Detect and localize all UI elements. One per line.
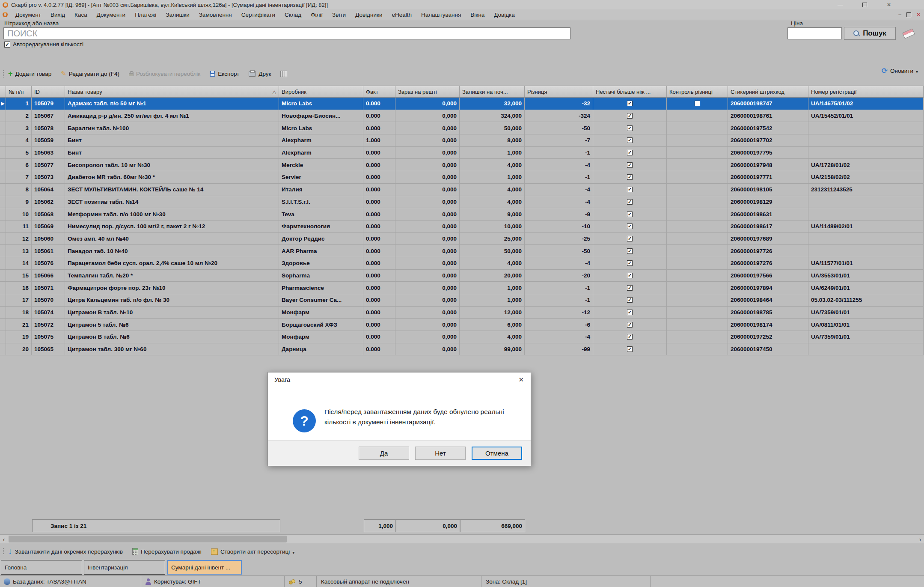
col-header-shortage[interactable]: Нестачі більше ніж ... bbox=[593, 86, 667, 97]
cell-id[interactable]: 105078 bbox=[32, 122, 65, 134]
cell-diff[interactable]: -4 bbox=[525, 159, 593, 171]
cell-name[interactable]: Нимесулид пор. д/сусп. 100 мг/2 г, пакет… bbox=[65, 220, 279, 232]
cell-id[interactable]: 105059 bbox=[32, 134, 65, 146]
cell-sel[interactable] bbox=[0, 110, 6, 122]
cell-num[interactable]: 8 bbox=[6, 184, 32, 196]
cell-num[interactable]: 18 bbox=[6, 307, 32, 319]
cell-sticker[interactable]: 2060000198105 bbox=[728, 184, 808, 196]
cell-sticker[interactable]: 2060000197948 bbox=[728, 159, 808, 171]
export-button[interactable]: Експорт bbox=[210, 71, 239, 77]
cell-fact[interactable]: 1.000 bbox=[363, 134, 395, 146]
cell-name[interactable]: Панадол таб. 10 №40 bbox=[65, 245, 279, 257]
recalc-sales-button[interactable]: Перерахувати продажі bbox=[132, 548, 202, 555]
cell-control[interactable] bbox=[667, 110, 728, 122]
cell-control[interactable] bbox=[667, 294, 728, 306]
cell-reg[interactable]: UA/1728/01/02 bbox=[808, 159, 924, 171]
cell-sel[interactable] bbox=[0, 270, 6, 282]
cell-start[interactable]: 25,000 bbox=[460, 233, 525, 245]
cell-sticker[interactable]: 2060000197689 bbox=[728, 233, 808, 245]
shortage-checkbox[interactable]: ✓ bbox=[627, 101, 633, 106]
shortage-checkbox[interactable]: ✓ bbox=[627, 150, 633, 155]
cell-reg[interactable]: UA/3553/01/01 bbox=[808, 270, 924, 282]
cell-sel[interactable] bbox=[0, 282, 6, 294]
cell-id[interactable]: 105072 bbox=[32, 319, 65, 331]
unlock-recount-button[interactable]: Розблокувати переоблік bbox=[129, 71, 200, 77]
cell-vendor[interactable]: Италия bbox=[279, 184, 363, 196]
cell-shortage[interactable]: ✓ bbox=[593, 319, 667, 331]
cell-fact[interactable]: 0.000 bbox=[363, 257, 395, 269]
cell-sel[interactable] bbox=[0, 159, 6, 171]
table-row[interactable]: 10105068Метформин табл. п/о 1000 мг №30T… bbox=[0, 208, 924, 220]
cell-diff[interactable]: -9 bbox=[525, 208, 593, 220]
cell-num[interactable]: 6 bbox=[6, 159, 32, 171]
cell-control[interactable] bbox=[667, 331, 728, 343]
menu-item-Документи[interactable]: Документи bbox=[92, 11, 130, 19]
cancel-button[interactable]: Отмена bbox=[472, 447, 522, 460]
col-header-id[interactable]: ID bbox=[32, 86, 65, 97]
cell-rest[interactable]: 0,000 bbox=[395, 270, 460, 282]
cell-rest[interactable]: 0,000 bbox=[395, 343, 460, 355]
cell-num[interactable]: 13 bbox=[6, 245, 32, 257]
menu-item-Філії[interactable]: Філії bbox=[306, 11, 327, 19]
menu-item-Платежі[interactable]: Платежі bbox=[130, 11, 161, 19]
cell-id[interactable]: 105067 bbox=[32, 110, 65, 122]
cell-shortage[interactable]: ✓ bbox=[593, 134, 667, 146]
menu-item-Документ[interactable]: Документ bbox=[11, 11, 46, 19]
cell-reg[interactable] bbox=[808, 233, 924, 245]
cell-diff[interactable]: -4 bbox=[525, 257, 593, 269]
cell-reg[interactable] bbox=[808, 196, 924, 208]
cell-sticker[interactable]: 2060000197771 bbox=[728, 171, 808, 183]
cell-control[interactable] bbox=[667, 159, 728, 171]
menu-item-Вихід[interactable]: Вихід bbox=[46, 11, 70, 19]
cell-name[interactable]: Баралгин табл. №100 bbox=[65, 122, 279, 134]
refresh-dropdown-icon[interactable]: ▾ bbox=[916, 69, 918, 74]
cell-shortage[interactable]: ✓ bbox=[593, 110, 667, 122]
price-input[interactable] bbox=[787, 27, 842, 39]
cell-id[interactable]: 105073 bbox=[32, 171, 65, 183]
cell-fact[interactable]: 0.000 bbox=[363, 282, 395, 294]
cell-name[interactable]: Адамакс табл. п/о 50 мг №1 bbox=[65, 98, 279, 110]
cell-fact[interactable]: 0.000 bbox=[363, 208, 395, 220]
dialog-close-icon[interactable]: ✕ bbox=[518, 376, 524, 384]
cell-name[interactable]: Метформин табл. п/о 1000 мг №30 bbox=[65, 208, 279, 220]
cell-sel[interactable] bbox=[0, 294, 6, 306]
cell-shortage[interactable]: ✓ bbox=[593, 294, 667, 306]
cell-control[interactable] bbox=[667, 307, 728, 319]
table-row[interactable]: 5105063БинтAlexpharm0.0000,0001,000-1✓20… bbox=[0, 147, 924, 159]
cell-sel[interactable] bbox=[0, 122, 6, 134]
table-row[interactable]: 12105060Омез амп. 40 мл №40Доктор Реддис… bbox=[0, 233, 924, 245]
menu-item-Звіти[interactable]: Звіти bbox=[327, 11, 351, 19]
cell-shortage[interactable]: ✓ bbox=[593, 147, 667, 159]
cell-id[interactable]: 105065 bbox=[32, 343, 65, 355]
cell-sel[interactable] bbox=[0, 196, 6, 208]
shortage-checkbox[interactable]: ✓ bbox=[627, 223, 633, 229]
no-button[interactable]: Нет bbox=[415, 447, 466, 460]
cell-start[interactable]: 6,000 bbox=[460, 319, 525, 331]
cell-control[interactable] bbox=[667, 122, 728, 134]
cell-rest[interactable]: 0,000 bbox=[395, 196, 460, 208]
cell-diff[interactable]: -12 bbox=[525, 307, 593, 319]
shortage-checkbox[interactable]: ✓ bbox=[627, 297, 633, 303]
menu-item-Сертифікати[interactable]: Сертифікати bbox=[237, 11, 280, 19]
cell-reg[interactable]: UA/7359/01/01 bbox=[808, 307, 924, 319]
cell-diff[interactable]: -6 bbox=[525, 319, 593, 331]
cell-sel[interactable] bbox=[0, 184, 6, 196]
cell-num[interactable]: 12 bbox=[6, 233, 32, 245]
cell-fact[interactable]: 0.000 bbox=[363, 122, 395, 134]
menu-item-Довідники[interactable]: Довідники bbox=[351, 11, 387, 19]
cell-sticker[interactable]: 2060000197566 bbox=[728, 270, 808, 282]
cell-reg[interactable]: UA/2158/02/02 bbox=[808, 171, 924, 183]
cell-shortage[interactable]: ✓ bbox=[593, 159, 667, 171]
cell-control[interactable] bbox=[667, 196, 728, 208]
cell-sticker[interactable]: 2060000197542 bbox=[728, 122, 808, 134]
cell-id[interactable]: 105068 bbox=[32, 208, 65, 220]
cell-rest[interactable]: 0,000 bbox=[395, 171, 460, 183]
edit-button[interactable]: ✎ Редагувати до (F4) bbox=[61, 70, 119, 77]
cell-sel[interactable] bbox=[0, 331, 6, 343]
cell-start[interactable]: 324,000 bbox=[460, 110, 525, 122]
cell-num[interactable]: 4 bbox=[6, 134, 32, 146]
cell-control[interactable] bbox=[667, 208, 728, 220]
cell-control[interactable] bbox=[667, 184, 728, 196]
cell-sel[interactable] bbox=[0, 220, 6, 232]
col-header-control[interactable]: Контроль різниці bbox=[667, 86, 728, 97]
